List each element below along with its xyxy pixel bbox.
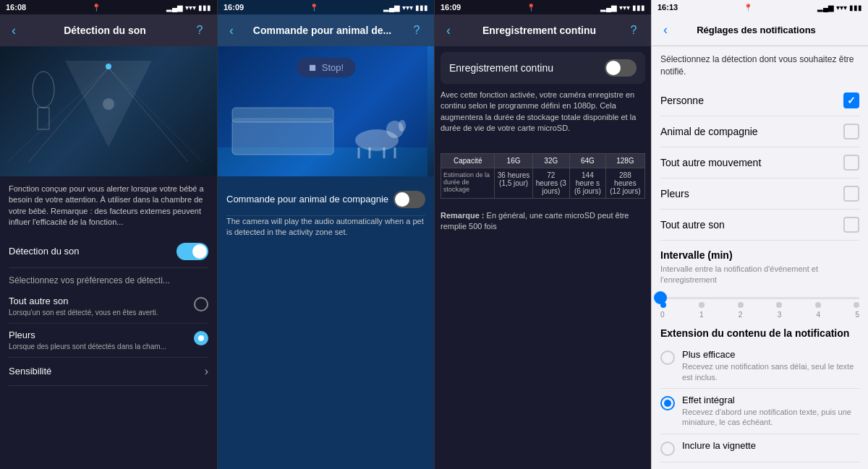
slider-dot-5 bbox=[854, 302, 859, 308]
cont-rec-toggle[interactable] bbox=[605, 59, 637, 77]
interval-slider[interactable]: 0 1 2 3 4 5 bbox=[660, 297, 859, 319]
p4-option-label-tout-autre-son-p4: Tout autre son bbox=[660, 219, 725, 231]
table-cell-128g: 288 heures (12 jours) bbox=[605, 168, 644, 198]
panel-4-header: ‹ Réglages des notifications bbox=[652, 14, 868, 46]
cont-rec-main-desc: Avec cette fonction activée, votre camér… bbox=[441, 90, 645, 134]
status-bar-1: 16:08 📍 ▂▄▆ ▾▾▾ ▮▮▮ bbox=[0, 0, 217, 14]
panel-enregistrement-continu: 16:09 📍 ▂▄▆ ▾▾▾ ▮▮▮ ‹ Enregistrement con… bbox=[434, 0, 651, 469]
panel-1-title: Détection du son bbox=[19, 25, 191, 36]
slider-dot-3 bbox=[776, 302, 782, 308]
battery-icon-3: ▮▮▮ bbox=[632, 4, 645, 12]
panel-4-title: Réglages des notifications bbox=[671, 25, 842, 35]
panel-4-body: Sélectionnez la détection dont vous souh… bbox=[652, 46, 868, 469]
svg-rect-10 bbox=[232, 108, 333, 122]
p4-option-personne[interactable]: Personne bbox=[660, 85, 859, 116]
option-text-pleurs: Pleurs Lorsque des pleurs sont détectés … bbox=[9, 330, 194, 351]
wifi-icon-3: ▾▾▾ bbox=[619, 4, 630, 12]
commande-animal-toggle[interactable] bbox=[393, 191, 425, 208]
sensibilite-row[interactable]: Sensibilité › bbox=[9, 358, 208, 386]
interval-title: Intervalle (min) bbox=[660, 249, 859, 261]
commande-animal-text: Commande pour animal de compagnie bbox=[226, 194, 393, 206]
panel-2-title: Commande pour animal de... bbox=[237, 25, 408, 36]
battery-icon-1: ▮▮▮ bbox=[198, 4, 211, 12]
checkbox-tout-autre-mouvement[interactable] bbox=[843, 155, 859, 171]
wifi-icon-4: ▾▾▾ bbox=[836, 4, 847, 12]
table-cell-32g: 72 heures (3 jours) bbox=[532, 168, 569, 198]
option-tout-autre-son[interactable]: Tout autre son Lorsqu'un son est détecté… bbox=[9, 290, 208, 324]
commande-animal-desc: The camera will play the audio automatic… bbox=[226, 216, 425, 238]
panel-2-header: ‹ Commande pour animal de... ? bbox=[218, 14, 434, 46]
slider-dot-0 bbox=[660, 302, 666, 308]
checkbox-tout-autre-son-p4[interactable] bbox=[843, 217, 859, 233]
p4-option-tout-autre-son[interactable]: Tout autre son bbox=[660, 210, 859, 241]
p4-radio-title-plus-efficace: Plus efficace bbox=[682, 349, 859, 360]
radio-circle-inclure-vignette[interactable] bbox=[660, 442, 675, 456]
slider-track[interactable] bbox=[660, 297, 859, 299]
slider-labels: 0 1 2 3 4 5 bbox=[660, 311, 859, 319]
checkbox-personne[interactable] bbox=[843, 92, 859, 108]
svg-rect-9 bbox=[232, 119, 333, 155]
p4-option-pleurs[interactable]: Pleurs bbox=[660, 178, 859, 210]
sensibilite-label: Sensibilité bbox=[9, 366, 51, 377]
p4-option-label-pleurs-p4: Pleurs bbox=[660, 188, 689, 199]
detection-son-toggle[interactable] bbox=[176, 243, 208, 260]
p4-radio-content-inclure-vignette: Inclure la vignette bbox=[682, 440, 859, 451]
p4-radio-title-effet-integral: Effet intégral bbox=[682, 395, 859, 405]
camera-preview-svg bbox=[0, 46, 203, 162]
p4-intro-desc: Sélectionnez la détection dont vous souh… bbox=[660, 53, 859, 78]
signal-icon-4: ▂▄▆ bbox=[817, 4, 834, 12]
table-header-32g: 32G bbox=[532, 153, 569, 168]
table-cell-64g: 144 heure s (6 jours) bbox=[569, 168, 605, 198]
option-text-tout-autre-son: Tout autre son Lorsqu'un son est détecté… bbox=[9, 296, 194, 317]
p4-option-label-personne: Personne bbox=[660, 95, 704, 106]
status-bar-4: 16:13 📍 ▂▄▆ ▾▾▾ ▮▮▮ bbox=[652, 0, 868, 14]
back-button-3[interactable]: ‹ bbox=[443, 22, 454, 40]
status-time-2: 16:09 bbox=[224, 3, 244, 12]
back-button-1[interactable]: ‹ bbox=[9, 22, 19, 40]
remark-label: Remarque : En général, une carte microSD… bbox=[441, 210, 645, 233]
section-title-1: Sélectionnez vos préférences de détecti.… bbox=[9, 275, 208, 285]
p4-option-tout-autre-mouvement[interactable]: Tout autre mouvement bbox=[660, 147, 859, 178]
radio-tout-autre-son[interactable] bbox=[194, 297, 208, 311]
sensibilite-chevron: › bbox=[205, 365, 208, 378]
table-cell-16g: 36 heures (1,5 jour) bbox=[495, 168, 532, 198]
p4-option-label-animal: Animal de compagnie bbox=[660, 126, 758, 137]
p4-radio-effet-integral[interactable]: Effet intégral Recevez d'abord une notif… bbox=[660, 389, 859, 434]
cont-rec-desc-container: Avec cette fonction activée, votre camér… bbox=[435, 90, 651, 147]
status-bar-2: 16:09 📍 ▂▄▆ ▾▾▾ ▮▮▮ bbox=[218, 0, 434, 14]
radio-circle-effet-integral[interactable] bbox=[660, 396, 675, 410]
slider-dot-2 bbox=[738, 302, 744, 308]
panel-3-header: ‹ Enregistrement continu ? bbox=[435, 14, 651, 46]
p4-radio-plus-efficace[interactable]: Plus efficace Recevez une notification s… bbox=[660, 343, 859, 389]
help-button-3[interactable]: ? bbox=[625, 24, 642, 37]
checkbox-pleurs-p4[interactable] bbox=[843, 186, 859, 202]
svg-line-2 bbox=[7, 68, 109, 162]
slider-dot-4 bbox=[815, 302, 821, 308]
wifi-icon-2: ▾▾▾ bbox=[402, 4, 413, 12]
back-button-4[interactable]: ‹ bbox=[660, 21, 671, 39]
svg-rect-5 bbox=[38, 108, 49, 129]
p4-option-animal-compagnie[interactable]: Animal de compagnie bbox=[660, 116, 859, 147]
status-icon-location-1: 📍 bbox=[92, 4, 101, 12]
detection-son-label: Détection du son bbox=[9, 246, 80, 257]
svg-point-6 bbox=[103, 98, 114, 110]
wifi-icon-1: ▾▾▾ bbox=[185, 4, 196, 12]
table-header-128g: 128G bbox=[605, 153, 644, 168]
table-header-16g: 16G bbox=[495, 153, 532, 168]
p4-radio-content-effet-integral: Effet intégral Recevez d'abord une notif… bbox=[682, 395, 859, 428]
radio-pleurs[interactable] bbox=[194, 331, 208, 345]
help-button-1[interactable]: ? bbox=[191, 24, 208, 37]
option-pleurs[interactable]: Pleurs Lorsque des pleurs sont détectés … bbox=[9, 324, 208, 358]
back-button-2[interactable]: ‹ bbox=[226, 22, 237, 40]
slider-label-3: 3 bbox=[778, 311, 782, 319]
option-title-pleurs: Pleurs bbox=[9, 330, 194, 340]
panel-1-description: Fonction conçue pour vous alerter lorsqu… bbox=[9, 184, 208, 228]
p4-radio-inclure-vignette[interactable]: Inclure la vignette bbox=[660, 434, 859, 462]
help-button-2[interactable]: ? bbox=[408, 24, 425, 37]
radio-circle-plus-efficace[interactable] bbox=[660, 350, 675, 365]
panel-reglages-notifications: 16:13 📍 ▂▄▆ ▾▾▾ ▮▮▮ ‹ Réglages des notif… bbox=[651, 0, 868, 469]
camera-preview-1 bbox=[0, 46, 217, 176]
slider-label-4: 4 bbox=[817, 311, 821, 319]
p4-radio-content-plus-efficace: Plus efficace Recevez une notification s… bbox=[682, 349, 859, 382]
checkbox-animal-compagnie[interactable] bbox=[843, 124, 859, 139]
